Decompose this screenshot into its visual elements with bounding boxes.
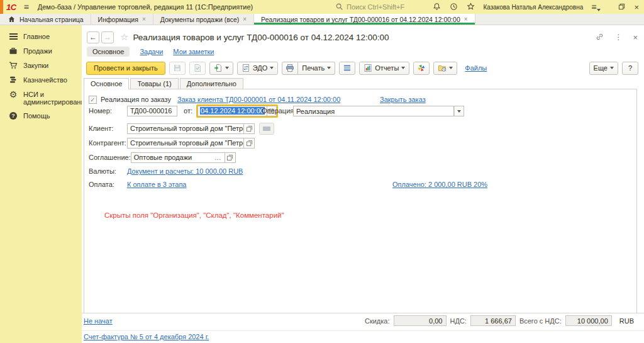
service-menu-icon[interactable]: ≡ [591, 3, 601, 11]
close-tab-icon[interactable]: × [142, 16, 146, 23]
agreement-input[interactable]: Оптовые продажи … [131, 152, 225, 163]
business-process-button[interactable] [413, 62, 430, 75]
edo-button[interactable]: ЭДО [237, 62, 279, 75]
floppy-icon [173, 64, 182, 72]
chevron-down-icon[interactable] [454, 106, 464, 116]
back-button[interactable]: ← [87, 31, 99, 43]
date-input[interactable]: 04.12.2024 12:00:00 [197, 106, 267, 116]
nav-tasks-link[interactable]: Задачи [140, 48, 163, 55]
main-menu-icon[interactable]: ≡ [24, 3, 29, 11]
more-actions-icon[interactable]: ⋮ [614, 33, 622, 42]
counterparty-label: Контрагент: [89, 139, 127, 147]
payment-stages-link[interactable]: К оплате в 3 этапа [127, 181, 186, 188]
history-clock-icon[interactable] [449, 3, 458, 11]
tab-home[interactable]: Начальная страница [0, 14, 91, 25]
open-agreement-icon[interactable] [225, 152, 236, 163]
tab-sales-realization-active[interactable]: Реализация товаров и услуг ТД00-000016 о… [254, 14, 475, 25]
open-client-icon[interactable] [244, 123, 255, 134]
by-order-label: Реализация по заказу [101, 96, 171, 103]
coins-icon [9, 76, 18, 84]
close-form-button[interactable]: × [633, 33, 638, 42]
choose-ellipsis-icon[interactable]: … [214, 154, 222, 161]
total-value: 10 000,00 [565, 315, 612, 326]
sidebar-item-purchases[interactable]: Закупки [0, 59, 82, 73]
save-button [169, 62, 186, 75]
form-tab-additional[interactable]: Дополнительно [180, 78, 243, 89]
payment-row: Оплата: К оплате в 3 этапа [89, 179, 186, 190]
date-label: от: [184, 107, 192, 115]
1c-logo: 1С [6, 3, 16, 12]
menu-icon [9, 32, 18, 41]
vat-value: 1 666,67 [470, 315, 516, 326]
currencies-link[interactable]: Документ и расчеты: 10 000,00 RUB [127, 167, 243, 175]
counterparty-input[interactable]: Строительный торговый дом "Петрович" [127, 138, 244, 149]
print-menu-button[interactable]: Печать [298, 62, 335, 75]
agreement-label: Соглашение: [89, 154, 131, 161]
create-based-on-button[interactable] [209, 62, 233, 75]
number-date-row: Номер: ТД00-000016 от: 04.12.2024 12:00:… [89, 105, 278, 116]
paid-link[interactable]: Оплачено: 2 000,00 RUB 20% [392, 179, 487, 190]
operation-combo[interactable]: Реализация [293, 106, 464, 116]
sidebar-item-master-data-admin[interactable]: ⚙ НСИ и администрирование [0, 87, 82, 109]
number-label: Номер: [89, 107, 127, 115]
footer-separator [82, 313, 644, 313]
currencies-row: Валюты: Документ и расчеты: 10 000,00 RU… [89, 166, 243, 177]
discount-label: Скидка: [365, 317, 390, 325]
report-structure-icon [343, 64, 352, 72]
nav-my-notes-link[interactable]: Мои заметки [173, 48, 214, 55]
by-order-checkbox: ✓ [89, 96, 97, 104]
edo-status-link[interactable]: Не начат [84, 317, 113, 325]
help-icon: ? [9, 111, 18, 120]
hidden-fields-note: Скрыты поля "Организация", "Склад", "Ком… [104, 211, 284, 219]
cart-icon [9, 61, 18, 70]
customer-order-link[interactable]: Заказ клиента ТД00-000001 от 04.11.2024 … [177, 96, 340, 103]
form-tab-main[interactable]: Основное [84, 78, 129, 89]
brand-strip [0, 0, 3, 14]
counterparty-row: Контрагент: Строительный торговый дом "П… [89, 137, 255, 149]
client-row: Клиент: Строительный торговый дом "Петро… [89, 123, 274, 134]
open-counterparty-icon[interactable] [244, 138, 255, 149]
close-order-link[interactable]: Закрыть заказ [380, 94, 426, 105]
quick-print-button[interactable] [282, 62, 298, 75]
current-user-name[interactable]: Казакова Наталья Александровна [483, 4, 583, 11]
notifications-bell-icon[interactable] [432, 3, 441, 11]
business-process-icon [417, 64, 426, 72]
number-input[interactable]: ТД00-000016 [127, 106, 177, 116]
reports-button[interactable]: Отчеты [359, 62, 409, 75]
home-icon [7, 14, 16, 23]
sections-sidebar: Главное Продажи Закупки Казначейство ⚙ Н… [0, 25, 82, 343]
totals-row: Скидка: 0,00 НДС: 1 666,67 Всего с НДС: … [365, 315, 634, 326]
gear-icon: ⚙ [9, 90, 18, 99]
get-link-icon[interactable] [595, 33, 604, 42]
folder-clock-icon [438, 64, 447, 72]
document-structure-button[interactable] [339, 62, 355, 75]
restore-window-button[interactable] [617, 3, 626, 11]
files-link[interactable]: Файлы [465, 64, 487, 72]
help-button[interactable]: ? [622, 62, 638, 75]
tab-information[interactable]: Информация × [91, 14, 153, 25]
search-icon [335, 3, 343, 11]
sidebar-item-sales[interactable]: Продажи [0, 44, 82, 59]
more-button[interactable]: Еще [589, 62, 618, 75]
close-tab-icon[interactable]: × [243, 16, 247, 23]
sidebar-item-main[interactable]: Главное [0, 30, 82, 44]
favorite-star-icon[interactable]: ☆ [120, 31, 128, 43]
form-tab-goods[interactable]: Товары (1) [130, 78, 178, 89]
close-window-button[interactable]: × [634, 3, 639, 11]
nav-main-current: Основное [87, 47, 130, 57]
sidebar-item-help[interactable]: ? Помощь [0, 109, 82, 123]
document-form: ← → ☆ Реализация товаров и услуг ТД00-00… [82, 25, 644, 343]
client-label: Клиент: [89, 125, 127, 132]
edo-exchange-icon [242, 64, 250, 72]
tasks-button[interactable] [433, 62, 457, 75]
print-group: Печать [282, 62, 335, 75]
tab-sales-documents[interactable]: Документы продажи (все) × [153, 14, 254, 25]
invoice-link[interactable]: Счет-фактура № 5 от 4 декабря 2024 г. [84, 333, 209, 340]
client-input[interactable]: Строительный торговый дом "Петрович" [127, 123, 244, 134]
close-tab-icon[interactable]: × [464, 16, 468, 23]
favorites-star-icon[interactable] [466, 3, 475, 11]
sidebar-item-treasury[interactable]: Казначейство [0, 73, 82, 87]
post-document-icon [193, 64, 202, 72]
document-title: Реализация товаров и услуг ТД00-000016 о… [133, 33, 389, 42]
post-and-close-button[interactable]: Провести и закрыть [86, 62, 165, 75]
